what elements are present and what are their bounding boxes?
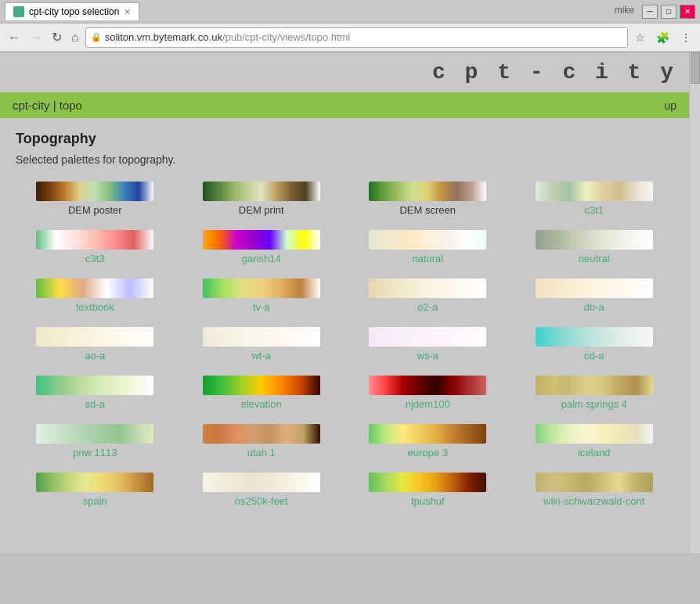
site-title: c p t - c i t y [432, 60, 677, 84]
palette-label-utah-1[interactable]: utah 1 [247, 447, 276, 458]
palette-item-garish14: garish14 [182, 230, 341, 264]
palette-label-wt-a[interactable]: wt-a [251, 350, 271, 361]
palette-item-c3t1: c3t1 [515, 182, 674, 216]
palette-swatch-dem-screen[interactable] [369, 182, 486, 201]
palette-swatch-njdem100[interactable] [369, 376, 486, 395]
minimize-button[interactable]: ─ [642, 5, 658, 19]
browser-tab[interactable]: cpt-city topo selection ✕ [5, 2, 139, 20]
palette-label-dem-print[interactable]: DEM print [239, 204, 284, 216]
reload-button[interactable]: ↻ [49, 28, 65, 46]
close-button[interactable]: ✕ [680, 5, 695, 19]
section-description: Selected palettes for topography. [16, 153, 673, 166]
palette-label-natural[interactable]: natural [412, 253, 443, 264]
palette-swatch-dem-poster[interactable] [36, 182, 153, 201]
page: c p t - c i t y cpt-city | topo up Topog… [0, 52, 700, 553]
palette-label-wiki-schwarzwald-cont[interactable]: wiki-schwarzwald-cont [543, 495, 644, 507]
palette-item-pnw-1113: pnw 1113 [16, 424, 175, 458]
palette-label-elevation[interactable]: elevation [241, 398, 282, 410]
palette-item-sd-a: sd-a [16, 376, 175, 410]
palette-swatch-textbook[interactable] [36, 279, 153, 298]
palette-label-o2-a[interactable]: o2-a [417, 301, 438, 313]
username-label: mike [615, 5, 634, 19]
menu-button[interactable]: ⋮ [677, 30, 695, 45]
palette-swatch-sd-a[interactable] [36, 376, 153, 395]
palette-label-spain[interactable]: spain [83, 495, 107, 507]
palette-swatch-c3t1[interactable] [536, 182, 653, 201]
palette-swatch-garish14[interactable] [203, 230, 320, 250]
tab-close-button[interactable]: ✕ [124, 7, 131, 17]
palette-swatch-db-a[interactable] [536, 279, 653, 298]
forward-button[interactable]: → [27, 29, 45, 46]
palette-swatch-c3t3[interactable] [36, 230, 153, 250]
palette-swatch-ws-a[interactable] [369, 327, 486, 347]
palette-swatch-o2-a[interactable] [369, 279, 486, 298]
palette-swatch-wiki-schwarzwald-cont[interactable] [536, 473, 653, 492]
palette-item-palm-springs-4: palm springs 4 [515, 376, 674, 410]
section-nav-bar: cpt-city | topo up [0, 92, 689, 118]
palette-label-ws-a[interactable]: ws-a [417, 350, 438, 361]
palette-item-tpushuf: tpushuf [348, 473, 507, 507]
palette-label-cd-a[interactable]: cd-a [584, 350, 604, 361]
palette-item-tv-a: tv-a [182, 279, 341, 313]
window-controls: mike ─ □ ✕ [615, 5, 695, 19]
secure-icon: 🔒 [91, 32, 102, 42]
palette-label-db-a[interactable]: db-a [584, 301, 604, 313]
content-area: Topography Selected palettes for topogra… [0, 118, 689, 534]
palette-swatch-cd-a[interactable] [536, 327, 653, 347]
bookmark-button[interactable]: ☆ [631, 30, 649, 45]
palette-item-wiki-schwarzwald-cont: wiki-schwarzwald-cont [515, 473, 674, 507]
palette-label-njdem100[interactable]: njdem100 [406, 398, 450, 410]
palette-swatch-pnw-1113[interactable] [36, 424, 153, 444]
palette-label-europe-3[interactable]: europe 3 [408, 447, 448, 458]
up-link[interactable]: up [664, 99, 677, 112]
palette-label-tpushuf[interactable]: tpushuf [411, 495, 445, 507]
palette-label-textbook[interactable]: textbook [76, 301, 114, 313]
palette-swatch-utah-1[interactable] [203, 424, 320, 444]
maximize-button[interactable]: □ [661, 5, 677, 19]
palette-label-os250k-feet[interactable]: os250k-feet [235, 495, 288, 507]
palette-label-garish14[interactable]: garish14 [242, 253, 281, 264]
url-text: soliton.vm.bytemark.co.uk/pub/cpt-city/v… [105, 31, 622, 43]
scroll-thumb[interactable] [691, 52, 700, 84]
url-bar[interactable]: 🔒 soliton.vm.bytemark.co.uk/pub/cpt-city… [85, 27, 628, 48]
extensions-button[interactable]: 🧩 [652, 30, 673, 45]
back-button[interactable]: ← [5, 29, 23, 46]
palette-swatch-wt-a[interactable] [203, 327, 320, 347]
palette-item-iceland: iceland [515, 424, 674, 458]
palette-label-tv-a[interactable]: tv-a [253, 301, 270, 313]
palette-swatch-palm-springs-4[interactable] [536, 376, 653, 395]
palette-swatch-spain[interactable] [36, 473, 153, 492]
section-title: Topography [16, 131, 673, 147]
palette-swatch-ao-a[interactable] [36, 327, 153, 347]
palette-label-sd-a[interactable]: sd-a [85, 398, 105, 410]
palette-label-palm-springs-4[interactable]: palm springs 4 [561, 398, 627, 410]
palette-swatch-neutral[interactable] [536, 230, 653, 250]
palette-label-pnw-1113[interactable]: pnw 1113 [73, 447, 117, 458]
palette-swatch-os250k-feet[interactable] [203, 473, 320, 492]
palette-item-os250k-feet: os250k-feet [182, 473, 341, 507]
palette-swatch-natural[interactable] [369, 230, 486, 250]
palette-item-europe-3: europe 3 [348, 424, 507, 458]
palette-label-neutral[interactable]: neutral [579, 253, 610, 264]
palette-swatch-tpushuf[interactable] [369, 473, 486, 492]
palette-item-ao-a: ao-a [16, 327, 175, 361]
palette-label-c3t1[interactable]: c3t1 [584, 204, 604, 216]
palette-label-dem-poster[interactable]: DEM poster [68, 204, 122, 216]
palette-label-ao-a[interactable]: ao-a [85, 350, 105, 361]
palette-label-dem-screen[interactable]: DEM screen [399, 204, 456, 216]
palette-label-c3t3[interactable]: c3t3 [85, 253, 105, 264]
palette-swatch-iceland[interactable] [536, 424, 653, 444]
palette-item-njdem100: njdem100 [348, 376, 507, 410]
scrollbar[interactable] [689, 52, 700, 553]
palette-item-natural: natural [348, 230, 507, 264]
url-domain: soliton.vm.bytemark.co.uk [105, 31, 222, 43]
home-button[interactable]: ⌂ [68, 29, 82, 46]
palette-item-o2-a: o2-a [348, 279, 507, 313]
palette-item-spain: spain [16, 473, 175, 507]
palette-swatch-dem-print[interactable] [203, 182, 320, 201]
palette-swatch-tv-a[interactable] [203, 279, 320, 298]
palette-item-textbook: textbook [16, 279, 175, 313]
palette-label-iceland[interactable]: iceland [578, 447, 610, 458]
palette-swatch-europe-3[interactable] [369, 424, 486, 444]
palette-swatch-elevation[interactable] [203, 376, 320, 395]
